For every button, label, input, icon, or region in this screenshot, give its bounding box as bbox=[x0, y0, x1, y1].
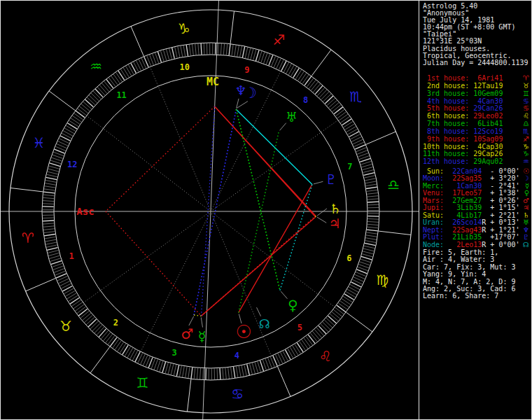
zodiac-sign-icon: ♒ bbox=[523, 158, 531, 166]
degree-tick bbox=[74, 113, 83, 120]
degree-tick bbox=[346, 292, 356, 298]
degree-tick bbox=[323, 94, 331, 102]
degree-tick bbox=[330, 102, 339, 109]
degree-tick bbox=[75, 304, 84, 311]
planet-position-value: 26Sco14 bbox=[444, 218, 482, 226]
degree-tick bbox=[225, 368, 226, 379]
planet-position-value: 3Lib39 bbox=[444, 204, 482, 211]
degree-tick bbox=[191, 368, 192, 379]
aspect-line-mc-jup bbox=[215, 106, 316, 217]
degree-tick bbox=[194, 368, 195, 379]
degree-tick bbox=[358, 265, 369, 268]
degree-tick bbox=[298, 71, 304, 80]
degree-tick bbox=[181, 46, 183, 57]
house-cusp-value: 6Ari41 bbox=[469, 74, 503, 82]
degree-tick bbox=[48, 251, 59, 253]
mercury-icon: ☿ bbox=[198, 328, 206, 344]
house-label: 12th house: bbox=[423, 158, 469, 165]
libra-sign-icon: ♎ bbox=[387, 176, 400, 193]
neptune-pointer-line bbox=[237, 99, 239, 108]
planet-label: Uran: bbox=[423, 218, 444, 226]
degree-tick bbox=[306, 337, 313, 346]
degree-tick bbox=[362, 254, 372, 257]
degree-tick bbox=[340, 301, 349, 307]
degree-tick bbox=[108, 336, 115, 345]
degree-tick bbox=[326, 318, 335, 326]
house-label: 7th house: bbox=[423, 120, 469, 127]
degree-tick bbox=[106, 79, 113, 88]
degree-tick bbox=[43, 197, 54, 198]
planet-position-value: 22Sag35 bbox=[444, 174, 482, 182]
degree-tick bbox=[71, 300, 80, 307]
degree-tick bbox=[368, 196, 379, 197]
degree-tick bbox=[302, 340, 308, 349]
house-cusp-value: 29Can26 bbox=[469, 104, 503, 112]
degree-tick bbox=[239, 366, 241, 377]
planet-position-value: 2Leo13 bbox=[444, 241, 482, 248]
degree-tick bbox=[281, 61, 286, 71]
house-number: 9 bbox=[244, 65, 249, 75]
degree-tick bbox=[48, 253, 59, 255]
degree-tick bbox=[300, 341, 306, 350]
degree-tick bbox=[43, 201, 54, 202]
degree-tick bbox=[204, 43, 204, 55]
degree-tick bbox=[363, 251, 373, 254]
degree-tick bbox=[94, 325, 102, 333]
degree-tick bbox=[366, 187, 377, 188]
degree-tick bbox=[300, 73, 307, 82]
degree-tick bbox=[44, 186, 55, 188]
degree-tick bbox=[188, 367, 190, 378]
aspect-line-mar-moon bbox=[194, 110, 237, 316]
degree-tick bbox=[317, 88, 325, 96]
house-cusp-line bbox=[87, 115, 211, 211]
degree-tick bbox=[288, 349, 293, 358]
pluto-icon: ♇ bbox=[325, 172, 337, 187]
degree-tick bbox=[154, 359, 158, 370]
degree-tick bbox=[258, 361, 261, 372]
degree-tick bbox=[261, 52, 265, 62]
aspect-line-mar-nep bbox=[194, 109, 236, 315]
aspect-line-sun-ura bbox=[239, 132, 279, 313]
degree-tick bbox=[64, 128, 74, 134]
degree-tick bbox=[65, 290, 75, 296]
stats-line-6: Learn: 6, Share: 7 bbox=[423, 293, 531, 300]
degree-tick bbox=[169, 48, 172, 59]
degree-tick bbox=[186, 45, 188, 56]
degree-tick bbox=[363, 248, 374, 251]
degree-tick bbox=[360, 262, 370, 265]
degree-tick bbox=[67, 123, 77, 129]
house-number: 10 bbox=[179, 62, 189, 72]
degree-tick bbox=[338, 303, 347, 309]
degree-tick bbox=[343, 296, 352, 302]
gemini-sign-icon: ♊ bbox=[136, 374, 149, 391]
degree-tick bbox=[113, 74, 120, 83]
degree-tick bbox=[223, 368, 223, 379]
degree-tick bbox=[297, 343, 303, 352]
degree-tick bbox=[332, 312, 340, 318]
degree-tick bbox=[340, 116, 349, 122]
degree-tick bbox=[50, 163, 60, 167]
degree-tick bbox=[342, 298, 351, 304]
degree-tick bbox=[172, 48, 175, 59]
degree-tick bbox=[365, 243, 376, 245]
uranus-icon: ♅ bbox=[286, 109, 298, 125]
degree-tick bbox=[347, 289, 357, 295]
house-cusp-line bbox=[150, 66, 211, 211]
sign-boundary-line bbox=[230, 11, 234, 44]
degree-tick bbox=[260, 360, 264, 371]
degree-tick bbox=[293, 68, 299, 78]
degree-tick bbox=[51, 158, 62, 161]
degree-tick bbox=[113, 339, 119, 348]
planet-label: Merc: bbox=[423, 182, 444, 190]
planet-position-value: 1Can30 bbox=[444, 182, 482, 190]
degree-tick bbox=[162, 362, 166, 372]
degree-tick bbox=[46, 245, 57, 247]
degree-tick bbox=[366, 184, 377, 186]
degree-tick bbox=[45, 183, 56, 186]
degree-tick bbox=[88, 319, 97, 327]
daily-motion-value: + 0°00' bbox=[486, 241, 519, 248]
degree-tick bbox=[128, 64, 134, 74]
degree-tick bbox=[71, 118, 80, 125]
house-label: 11th house: bbox=[423, 150, 469, 158]
house-label: 6th house: bbox=[423, 112, 469, 120]
